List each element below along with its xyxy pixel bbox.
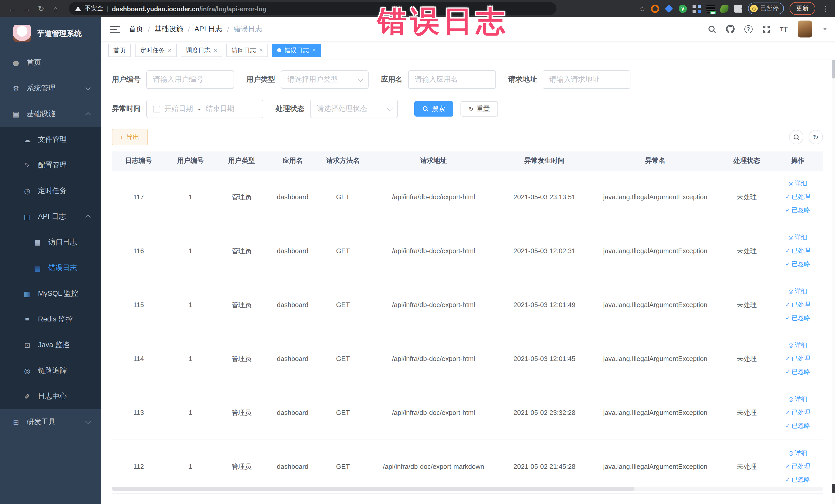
sidebar-item-系统管理[interactable]: ⚙系统管理 xyxy=(0,76,101,101)
action-已处理[interactable]: ✓已处理 xyxy=(786,193,810,201)
sidebar-item-链路追踪[interactable]: ◎链路追踪 xyxy=(0,358,101,384)
异常时间-daterange[interactable]: 开始日期-结束日期 xyxy=(146,100,263,118)
action-详细[interactable]: ◎详细 xyxy=(788,341,807,350)
column-header-user_id: 用户编号 xyxy=(165,152,216,170)
row-actions: ◎详细✓已处理✓已忽略 xyxy=(775,449,821,484)
breadcrumb-item[interactable]: 首页 xyxy=(129,24,143,34)
monitor-icon: ▣ xyxy=(11,110,21,118)
sidebar-item-Redis-监控[interactable]: ≡Redis 监控 xyxy=(0,306,101,332)
font-size-icon[interactable]: TT xyxy=(780,25,788,33)
用户类型-select[interactable]: 请选择用户类型 xyxy=(281,70,369,89)
sidebar-item-文件管理[interactable]: ☁文件管理 xyxy=(0,127,101,153)
action-已处理[interactable]: ✓已处理 xyxy=(786,246,810,255)
address-divider: | xyxy=(107,5,108,12)
bookmark-star-icon[interactable]: ☆ xyxy=(639,4,645,13)
sidebar-item-访问日志[interactable]: ▤访问日志 xyxy=(0,229,101,255)
action-详细[interactable]: ◎详细 xyxy=(788,179,807,188)
column-header-method: 请求方法名 xyxy=(318,152,368,170)
action-详细[interactable]: ◎详细 xyxy=(788,395,807,404)
extension-y-icon[interactable]: y xyxy=(679,4,687,13)
action-已忽略[interactable]: ✓已忽略 xyxy=(786,368,810,377)
close-icon[interactable]: × xyxy=(213,47,217,54)
extension-switch-icon[interactable]: on xyxy=(707,4,715,13)
sidebar-toggle-icon[interactable] xyxy=(110,25,120,33)
extensions-puzzle-icon[interactable] xyxy=(734,4,742,13)
user-caret-down-icon[interactable] xyxy=(823,28,827,30)
url-text: dashboard.yudao.iocoder.cn/infra/log/api… xyxy=(112,4,266,13)
action-已忽略[interactable]: ✓已忽略 xyxy=(786,476,810,484)
breadcrumb-item[interactable]: 基础设施 xyxy=(155,24,183,34)
action-已忽略[interactable]: ✓已忽略 xyxy=(786,206,810,215)
vertical-scrollbar[interactable] xyxy=(832,17,835,504)
horizontal-scrollbar[interactable] xyxy=(112,487,823,491)
main-column: 首页/基础设施/API 日志/错误日志 ? TT xyxy=(101,17,835,504)
处理状态-select[interactable]: 请选择处理状态 xyxy=(310,100,398,118)
sidebar-item-配置管理[interactable]: ✎配置管理 xyxy=(0,153,101,178)
sidebar-item-研发工具[interactable]: ⊞研发工具 xyxy=(0,409,101,435)
breadcrumb-item[interactable]: API 日志 xyxy=(195,24,223,34)
action-详细[interactable]: ◎详细 xyxy=(788,287,807,296)
tab-定时任务[interactable]: 定时任务× xyxy=(135,44,177,57)
tab-访问日志[interactable]: 访问日志× xyxy=(226,44,268,57)
action-详细[interactable]: ◎详细 xyxy=(788,233,807,242)
search-button[interactable]: 搜索 xyxy=(414,101,453,117)
back-icon[interactable]: ← xyxy=(5,4,20,13)
tab-调度日志[interactable]: 调度日志× xyxy=(181,44,222,57)
sidebar-item-Java-监控[interactable]: ⊡Java 监控 xyxy=(0,332,101,358)
table-row: 1131管理员dashboardGET/api/infra/db-doc/exp… xyxy=(112,386,823,440)
export-button[interactable]: ↓ 导出 xyxy=(112,129,148,145)
extension-gem-icon[interactable] xyxy=(665,4,673,13)
cell-ops: ◎详细✓已处理✓已忽略 xyxy=(773,170,823,224)
sidebar-item-MySQL-监控[interactable]: ▦MySQL 监控 xyxy=(0,281,101,306)
reset-button[interactable]: ↻重置 xyxy=(461,101,498,117)
action-已忽略[interactable]: ✓已忽略 xyxy=(786,422,810,430)
profile-paused-button[interactable]: ☺ 已暂停 xyxy=(748,3,784,14)
sidebar-logo[interactable]: 芋道管理系统 xyxy=(0,17,101,50)
horizontal-scrollbar-thumb[interactable] xyxy=(112,487,634,491)
close-icon[interactable]: × xyxy=(259,47,263,54)
tab-错误日志[interactable]: 错误日志× xyxy=(272,44,321,57)
action-已处理[interactable]: ✓已处理 xyxy=(786,462,810,471)
action-已忽略[interactable]: ✓已忽略 xyxy=(786,260,810,268)
update-button[interactable]: 更新 xyxy=(790,2,815,15)
cell-ops: ◎详细✓已处理✓已忽略 xyxy=(773,278,823,332)
action-label: 已处理 xyxy=(792,408,810,417)
sidebar-item-定时任务[interactable]: ◷定时任务 xyxy=(0,178,101,204)
extension-grid-icon[interactable] xyxy=(693,4,701,13)
toggle-search-button[interactable] xyxy=(789,130,803,144)
address-bar[interactable]: 不安全 | dashboard.yudao.iocoder.cn/infra/l… xyxy=(69,2,556,15)
user-avatar[interactable] xyxy=(798,21,812,38)
action-详细[interactable]: ◎详细 xyxy=(788,449,807,458)
extension-leaf-icon[interactable] xyxy=(720,4,729,13)
sidebar-item-API-日志[interactable]: ▤API 日志 xyxy=(0,204,101,229)
sidebar-item-基础设施[interactable]: ▣基础设施 xyxy=(0,101,101,127)
sidebar-item-错误日志[interactable]: ▤错误日志 xyxy=(0,255,101,281)
reload-icon[interactable]: ↻ xyxy=(34,4,48,13)
github-icon[interactable] xyxy=(726,25,734,33)
cell-status: 未处理 xyxy=(721,332,773,386)
应用名-input[interactable]: 请输入应用名 xyxy=(408,70,496,89)
action-已处理[interactable]: ✓已处理 xyxy=(786,354,810,363)
tab-label: 访问日志 xyxy=(231,46,256,55)
browser-menu-icon[interactable]: ⋮ xyxy=(821,4,830,13)
sidebar-item-日志中心[interactable]: ✐日志中心 xyxy=(0,384,101,409)
action-已处理[interactable]: ✓已处理 xyxy=(786,300,810,309)
action-已处理[interactable]: ✓已处理 xyxy=(786,408,810,417)
action-已忽略[interactable]: ✓已忽略 xyxy=(786,314,810,322)
请求地址-input[interactable]: 请输入请求地址 xyxy=(543,70,630,89)
fullscreen-icon[interactable] xyxy=(762,25,770,33)
extension-orange-icon[interactable] xyxy=(651,4,659,13)
home-icon[interactable]: ⌂ xyxy=(48,4,63,13)
help-icon[interactable]: ? xyxy=(744,25,752,33)
sidebar-item-首页[interactable]: ◍首页 xyxy=(0,50,101,76)
sidebar-item-label: 定时任务 xyxy=(38,186,67,196)
forward-icon[interactable]: → xyxy=(20,4,34,13)
refresh-button[interactable]: ↻ xyxy=(809,130,823,144)
tab-首页[interactable]: 首页 xyxy=(108,44,131,57)
close-icon[interactable]: × xyxy=(168,47,171,54)
search-icon[interactable] xyxy=(708,25,716,33)
close-icon[interactable]: × xyxy=(312,47,316,54)
sidebar-item-label: 日志中心 xyxy=(38,392,67,401)
用户编号-input[interactable]: 请输入用户编号 xyxy=(146,70,234,89)
row-actions: ◎详细✓已处理✓已忽略 xyxy=(775,233,821,268)
